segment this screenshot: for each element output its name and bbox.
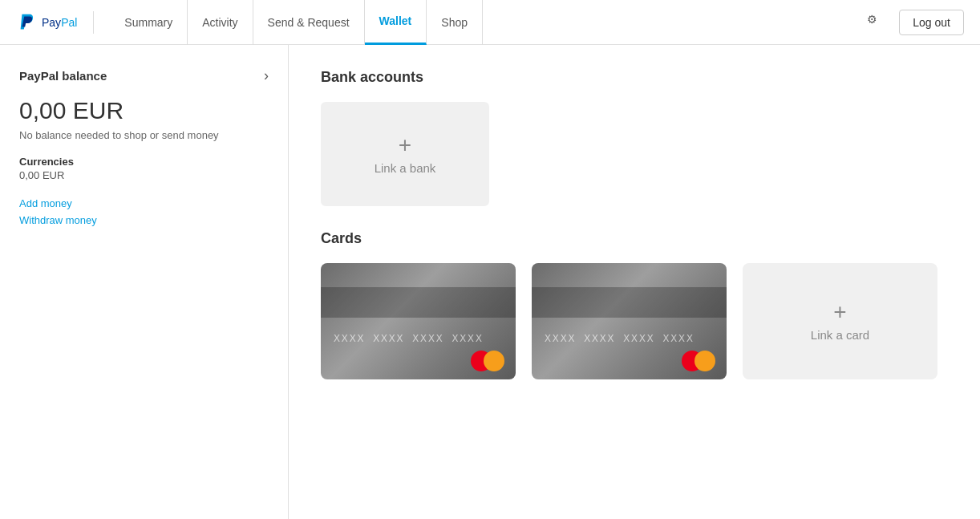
mc-orange-circle-1 bbox=[484, 351, 504, 371]
card-1-number: XXXX XXXX XXXX XXXX bbox=[334, 332, 503, 344]
link-card-button[interactable]: + Link a card bbox=[743, 263, 937, 379]
nav-summary[interactable]: Summary bbox=[110, 0, 188, 45]
paypal-icon bbox=[16, 11, 38, 34]
mastercard-logo-2 bbox=[682, 351, 715, 371]
currencies-section: Currencies 0,00 EUR bbox=[19, 156, 269, 181]
sidebar-links: Add money Withdraw money bbox=[19, 197, 269, 226]
main-container: PayPal balance › 0,00 EUR No balance nee… bbox=[0, 45, 980, 519]
main-nav: Summary Activity Send & Request Wallet S… bbox=[110, 0, 867, 45]
logout-button[interactable]: Log out bbox=[899, 10, 964, 35]
main-header: PayPal Summary Activity Send & Request W… bbox=[0, 0, 980, 45]
plus-icon: + bbox=[399, 134, 411, 156]
link-card-label: Link a card bbox=[811, 328, 869, 342]
paypal-balance-title: PayPal balance bbox=[19, 69, 107, 83]
link-bank-button[interactable]: + Link a bank bbox=[321, 102, 489, 206]
nav-wallet[interactable]: Wallet bbox=[365, 0, 427, 45]
plus-icon-card: + bbox=[833, 301, 846, 323]
balance-amount: 0,00 EUR bbox=[19, 97, 269, 124]
add-money-link[interactable]: Add money bbox=[19, 197, 269, 209]
currencies-label: Currencies bbox=[19, 156, 269, 168]
header-right: ⚙ Log out bbox=[867, 10, 964, 35]
nav-activity[interactable]: Activity bbox=[188, 0, 253, 45]
logo: PayPal bbox=[16, 11, 94, 34]
nav-shop[interactable]: Shop bbox=[427, 0, 483, 45]
link-bank-label: Link a bank bbox=[375, 161, 436, 175]
currencies-value: 0,00 EUR bbox=[19, 169, 269, 181]
chevron-right-icon[interactable]: › bbox=[264, 67, 269, 84]
mastercard-logo-1 bbox=[471, 351, 504, 371]
settings-icon[interactable]: ⚙ bbox=[867, 13, 886, 32]
paypal-balance-header: PayPal balance › bbox=[19, 67, 269, 84]
credit-card-1[interactable]: XXXX XXXX XXXX XXXX bbox=[321, 263, 516, 379]
logo-pal: Pal bbox=[61, 16, 77, 29]
bank-accounts-title: Bank accounts bbox=[321, 69, 948, 86]
main-content: Bank accounts + Link a bank Cards XXXX X… bbox=[289, 45, 980, 519]
withdraw-money-link[interactable]: Withdraw money bbox=[19, 214, 269, 226]
card-2-number: XXXX XXXX XXXX XXXX bbox=[545, 332, 714, 344]
sidebar: PayPal balance › 0,00 EUR No balance nee… bbox=[0, 45, 289, 519]
cards-title: Cards bbox=[321, 230, 948, 247]
cards-row: XXXX XXXX XXXX XXXX XXXX XXXX XXXX XXXX … bbox=[321, 263, 948, 379]
nav-send-request[interactable]: Send & Request bbox=[253, 0, 365, 45]
logo-pay: Pay bbox=[42, 16, 61, 29]
balance-subtitle: No balance needed to shop or send money bbox=[19, 129, 269, 141]
logo-text: PayPal bbox=[42, 16, 77, 29]
mc-orange-circle-2 bbox=[695, 351, 715, 371]
credit-card-2[interactable]: XXXX XXXX XXXX XXXX bbox=[532, 263, 727, 379]
